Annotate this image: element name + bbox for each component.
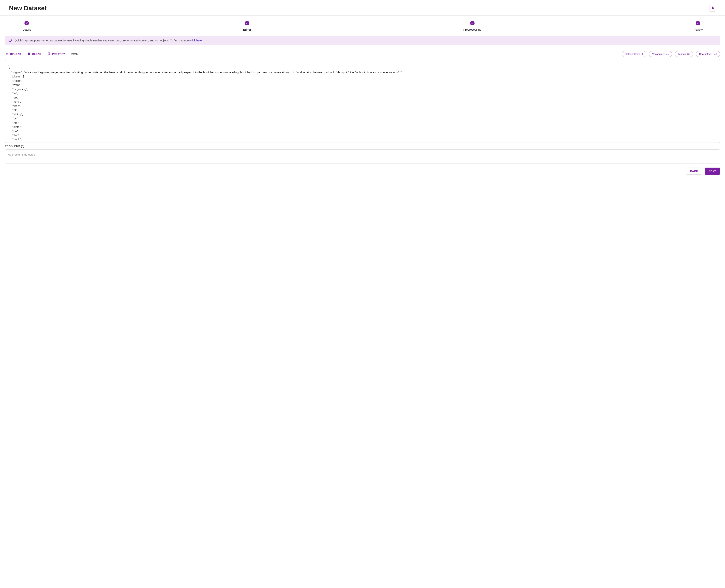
editor-textarea[interactable]: [ { "original": "Alice was beginning to … <box>5 59 720 143</box>
step-preprocessing[interactable]: Preprocessing <box>463 21 481 31</box>
step-label: Editor <box>243 28 251 31</box>
next-button[interactable]: NEXT <box>705 168 720 175</box>
check-icon <box>696 21 700 25</box>
upload-button[interactable]: UPLOAD <box>5 51 22 57</box>
step-details[interactable]: Details <box>22 21 31 31</box>
info-banner: QuickGraph supports numerous dataset for… <box>5 36 720 45</box>
step-label: Details <box>22 28 31 31</box>
problems-panel: No problems detected <box>5 149 720 164</box>
info-icon <box>8 38 12 43</box>
prettify-button[interactable]: PRETTIFY <box>47 51 65 57</box>
step-review[interactable]: Review <box>693 21 703 31</box>
check-icon <box>24 21 29 25</box>
back-button[interactable]: BACK <box>686 168 702 175</box>
info-link[interactable]: click here. <box>190 39 202 42</box>
braces-icon <box>47 52 51 56</box>
trash-icon <box>27 52 31 56</box>
dropdown-icon <box>79 52 81 56</box>
page-title: New Dataset <box>9 4 47 12</box>
stat-dataset-items: Dataset Items: 1 <box>622 51 646 57</box>
wizard-stepper: Details Editor Preprocessing Review <box>0 16 725 36</box>
stat-tokens: Tokens: 67 <box>675 51 693 57</box>
bell-icon <box>711 6 714 10</box>
problems-heading: PROBLEMS (0) <box>5 145 720 148</box>
step-label: Review <box>693 28 703 31</box>
upload-icon <box>5 52 8 56</box>
stat-characters: Characters: 246 <box>696 51 720 57</box>
step-label: Preprocessing <box>463 28 481 31</box>
format-select[interactable]: JSON <box>71 52 81 56</box>
check-icon <box>470 21 475 25</box>
prettify-label: PRETTIFY <box>52 52 65 56</box>
check-icon <box>245 21 249 25</box>
step-editor[interactable]: Editor <box>243 21 251 31</box>
format-value: JSON <box>71 52 78 56</box>
upload-label: UPLOAD <box>10 52 21 56</box>
clear-label: CLEAR <box>32 52 41 56</box>
clear-button[interactable]: CLEAR <box>27 51 42 57</box>
stat-vocabulary: Vocabulary: 45 <box>649 51 672 57</box>
notifications-button[interactable] <box>709 5 716 12</box>
info-text: QuickGraph supports numerous dataset for… <box>15 39 202 42</box>
